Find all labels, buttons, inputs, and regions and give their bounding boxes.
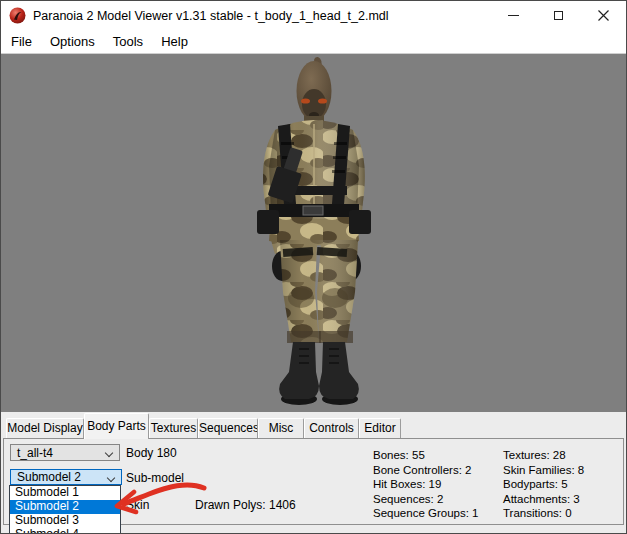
droplist-option-submodel-2[interactable]: Submodel 2 [10,500,120,514]
maximize-button[interactable] [536,1,581,30]
menubar: File Options Tools Help [1,30,626,53]
drawn-polys-label: Drawn Polys: 1406 [195,498,296,512]
tab-strip: Model Display Body Parts Textures Sequen… [1,412,626,438]
chevron-down-icon [105,449,113,457]
tab-controls[interactable]: Controls [304,418,359,438]
menu-item-help[interactable]: Help [152,31,197,52]
minimize-icon [508,15,519,16]
model-boot-left [279,342,319,399]
body-combobox-value: t_all-t4 [17,446,53,460]
tab-sequences[interactable]: Sequences [198,418,258,438]
model-boot-right [319,342,359,399]
model-3d-preview [231,54,411,413]
model-pouch-right [349,210,371,234]
stat-hit-boxes: Hit Boxes: 19 [373,477,479,492]
skin-label: Skin [126,498,149,512]
stat-bodyparts: Bodyparts: 5 [503,477,584,492]
submodel-label: Sub-model [126,471,184,485]
stat-transitions: Transitions: 0 [503,506,584,521]
tab-editor[interactable]: Editor [359,418,401,438]
menu-item-tools[interactable]: Tools [104,31,152,52]
stat-sequences: Sequences: 2 [373,492,479,507]
window-title: Paranoia 2 Model Viewer v1.31 stable - t… [33,9,389,23]
droplist-option-submodel-1[interactable]: Submodel 1 [10,486,120,500]
model-stats-left: Bones: 55 Bone Controllers: 2 Hit Boxes:… [373,448,479,521]
titlebar: Paranoia 2 Model Viewer v1.31 stable - t… [1,1,626,30]
stat-sequence-groups: Sequence Groups: 1 [373,506,479,521]
tab-model-display[interactable]: Model Display [6,418,84,438]
model-viewport[interactable] [1,53,626,412]
stat-bone-controllers: Bone Controllers: 2 [373,463,479,478]
maximize-icon [554,11,563,20]
minimize-button[interactable] [491,1,536,30]
submodel-combobox-value: Submodel 2 [17,470,81,484]
menu-item-options[interactable]: Options [41,31,104,52]
close-icon [598,10,609,21]
app-window: Paranoia 2 Model Viewer v1.31 stable - t… [0,0,627,534]
model-stats-right: Textures: 28 Skin Families: 8 Bodyparts:… [503,448,584,521]
paranoia-logo-icon [9,7,26,24]
model-belt-buckle [303,206,323,215]
stat-bones: Bones: 55 [373,448,479,463]
stat-skin-families: Skin Families: 8 [503,463,584,478]
submodel-combobox[interactable]: Submodel 2 [10,469,122,485]
submodel-droplist: Submodel 1 Submodel 2 Submodel 3 Submode… [9,485,121,534]
menu-item-file[interactable]: File [2,31,41,52]
caption-buttons [491,1,626,30]
body-label: Body 180 [126,446,177,460]
chevron-down-icon [107,474,115,482]
tab-textures[interactable]: Textures [149,418,198,438]
tab-misc[interactable]: Misc [258,418,304,438]
close-button[interactable] [581,1,626,30]
stat-attachments: Attachments: 3 [503,492,584,507]
model-eye-right [318,98,327,103]
droplist-option-submodel-3[interactable]: Submodel 3 [10,514,120,528]
model-eye-left [301,98,310,103]
tab-body-parts[interactable]: Body Parts [84,413,149,439]
droplist-option-submodel-4[interactable]: Submodel 4 [10,528,120,534]
model-pouch-left [257,210,279,234]
stat-textures: Textures: 28 [503,448,584,463]
body-combobox[interactable]: t_all-t4 [10,444,120,461]
